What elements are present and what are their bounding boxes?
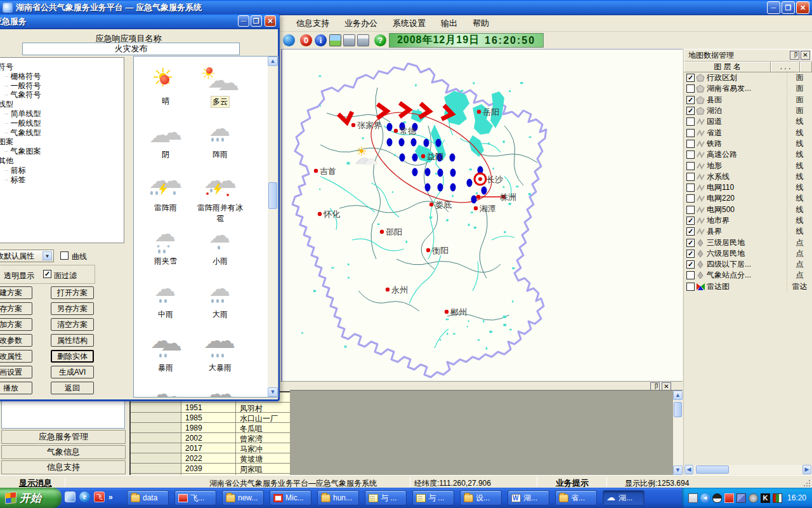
info-icon[interactable]: i xyxy=(315,34,327,46)
dialog-maximize-button[interactable]: ❐ xyxy=(251,15,262,27)
rotate-icon[interactable]: ◂ xyxy=(700,493,710,503)
dialog-button[interactable]: 清空方案 xyxy=(51,318,94,331)
network-icon[interactable] xyxy=(737,493,746,503)
layer-row[interactable]: 湖南省易发... 面 xyxy=(684,83,812,94)
mail-icon[interactable] xyxy=(65,491,75,502)
tree-item[interactable]: ┄ 气象符号 xyxy=(0,90,124,99)
sidebar-listbox[interactable] xyxy=(1,401,125,429)
dialog-button[interactable]: 生成AVI xyxy=(51,366,94,378)
layer-row[interactable]: 电网500 线 xyxy=(684,204,812,215)
layer-visibility-checkbox[interactable] xyxy=(686,271,695,279)
scroll-thumb[interactable] xyxy=(268,182,277,209)
taskbar-button[interactable]: 与 ... xyxy=(365,490,407,505)
tree-item[interactable]: ┄ 气象图案 xyxy=(0,146,124,156)
dialog-button[interactable]: 播放 xyxy=(0,382,32,394)
tree-item[interactable]: ┄ 栅格符号 xyxy=(0,71,124,81)
layer-row[interactable]: 地形 线 xyxy=(684,160,812,171)
scroll-down-icon[interactable]: ▼ xyxy=(268,387,278,397)
dialog-button[interactable]: 删除实体 xyxy=(51,350,94,363)
weather-symbol-item[interactable]: ☀ 晴 xyxy=(140,63,191,116)
weather-symbol-item[interactable]: ☁☁ 暴雨 xyxy=(140,330,191,383)
table-row[interactable]: 1951 凤羽村 xyxy=(131,403,290,413)
close-button[interactable]: ✕ xyxy=(796,1,809,14)
layer-row[interactable]: ✓ 行政区划 面 xyxy=(684,72,812,83)
layer-row[interactable]: ✓ 县界 线 xyxy=(684,226,812,237)
face-filter-checkbox[interactable]: ✓ xyxy=(43,270,51,278)
layer-visibility-checkbox[interactable]: ✓ xyxy=(686,260,695,269)
panel-close-icon[interactable]: ✕ xyxy=(801,51,810,60)
dialog-button[interactable]: 改参数 xyxy=(0,334,32,347)
start-button[interactable]: 开始 xyxy=(0,488,62,508)
layer-name-column-header[interactable]: 图 层 名 xyxy=(684,62,771,72)
ie-icon[interactable]: e xyxy=(79,491,90,502)
layer-visibility-checkbox[interactable] xyxy=(686,184,695,192)
weather-symbol-item[interactable]: ☁☁ 雷阵雨 xyxy=(140,170,191,223)
taskbar-button[interactable]: 设... xyxy=(460,490,502,505)
tree-item[interactable]: ┄ 一般线型 xyxy=(0,118,124,128)
layer-row[interactable]: ✓ 六级居民地 点 xyxy=(684,248,812,259)
fetion-icon[interactable] xyxy=(724,493,734,503)
taskbar-button[interactable]: hun... xyxy=(317,490,359,505)
table-row[interactable]: 2002 曾家湾 xyxy=(131,433,290,443)
kaspersky-icon[interactable]: K xyxy=(761,493,770,503)
symbol-panel-scrollbar[interactable]: ▲ ▼ xyxy=(268,57,278,397)
internet-globe-icon[interactable] xyxy=(283,34,295,46)
layer-row[interactable]: 高速公路 线 xyxy=(684,149,812,160)
layer-row[interactable]: 电网220 线 xyxy=(684,193,812,204)
layer-more-column-header[interactable]: . . . xyxy=(771,62,800,72)
menu-help[interactable]: 帮助 xyxy=(465,15,497,32)
modify-default-properties-dropdown[interactable]: 改默认属性 ▼ xyxy=(0,250,54,262)
table-row[interactable]: 1989 冬瓜咀 xyxy=(131,423,290,433)
layer-extra-column-header[interactable] xyxy=(800,62,812,72)
mute-icon[interactable] xyxy=(749,493,758,503)
dialog-button[interactable]: 属性结构 xyxy=(51,334,94,347)
weather-symbol-item[interactable]: ☁＊＊ 雨夹雪 xyxy=(140,223,191,276)
weather-symbol-item[interactable]: ☁ 阵雨 xyxy=(195,116,246,170)
menu-info-support[interactable]: 信息支持 xyxy=(289,15,337,32)
dialog-button[interactable]: 画设置 xyxy=(0,366,32,378)
dialog-button[interactable]: 存方案 xyxy=(0,302,32,315)
symbol-tree[interactable]: 符号┄ 栅格符号┄ 一般符号┄ 气象符号线型┄ 简单线型┄ 一般线型┄ 气象线型… xyxy=(0,57,124,243)
layer-row[interactable]: ✓ 三级居民地 点 xyxy=(684,237,812,248)
table-row[interactable]: 1985 水口山一厂 xyxy=(131,413,290,423)
bottom-vertical-scrollbar[interactable]: ▲ ▼ xyxy=(673,391,683,475)
curve-checkbox[interactable] xyxy=(60,251,69,260)
sidebar-item-weather-info[interactable]: 气象信息 xyxy=(1,445,126,459)
table-row[interactable]: 2039 周家咀 xyxy=(131,464,290,474)
weather-symbol-item[interactable]: ☁☁ xyxy=(195,383,246,398)
layer-row[interactable]: ✓ 地市界 线 xyxy=(684,215,812,226)
taskbar-button[interactable]: data xyxy=(127,490,169,505)
scroll-thumb[interactable] xyxy=(696,465,729,474)
station-table[interactable]: 1951 凤羽村 1985 水口山一厂 1989 冬瓜咀 2002 曾家湾 20… xyxy=(129,391,290,475)
taskbar-button[interactable]: 湖... xyxy=(508,490,549,505)
layer-visibility-checkbox[interactable] xyxy=(686,150,695,159)
layer-row[interactable]: ✓ 四级以下居... 点 xyxy=(684,259,812,270)
tree-item[interactable]: 图案 xyxy=(0,137,124,146)
layer-row[interactable]: ✓ 湖泊 面 xyxy=(684,105,812,116)
scroll-down-icon[interactable]: ▼ xyxy=(673,465,683,475)
layer-row[interactable]: 电网110 线 xyxy=(684,182,812,193)
layer-row[interactable]: 铁路 线 xyxy=(684,138,812,149)
dialog-button[interactable]: 另存方案 xyxy=(51,302,94,315)
layer-row[interactable]: ✓ 县面 面 xyxy=(684,95,812,105)
fetion-icon[interactable]: 飞 xyxy=(94,491,105,502)
project-name-input[interactable] xyxy=(22,43,240,55)
layer-row[interactable]: 水系线 线 xyxy=(684,171,812,182)
weather-symbol-item[interactable]: ☁ 大雨 xyxy=(195,276,246,330)
layer-row[interactable]: 气象站点分... 点 xyxy=(684,270,812,281)
scroll-up-icon[interactable]: ▲ xyxy=(673,391,683,400)
qq-icon[interactable] xyxy=(712,493,722,503)
layer-visibility-checkbox[interactable] xyxy=(686,206,695,214)
table-row[interactable]: 2017 马家冲 xyxy=(131,443,290,453)
resize-grip[interactable] xyxy=(803,479,811,487)
restore-button[interactable]: ❐ xyxy=(782,1,795,14)
print-icon[interactable] xyxy=(343,34,355,46)
weather-symbol-item[interactable]: ☁☁ 雷阵雨并有冰雹 xyxy=(195,170,246,223)
layers-horizontal-scrollbar[interactable]: ◀ ▶ xyxy=(684,465,812,474)
layer-visibility-checkbox[interactable] xyxy=(686,129,695,137)
layer-visibility-checkbox[interactable]: ✓ xyxy=(686,239,695,247)
tray-clock[interactable]: 16:20 xyxy=(787,493,806,502)
layer-visibility-checkbox[interactable]: ✓ xyxy=(686,217,695,225)
sidebar-item-emergency-service[interactable]: 应急服务管理 xyxy=(1,430,126,444)
dialog-button[interactable]: 建方案 xyxy=(0,286,32,299)
